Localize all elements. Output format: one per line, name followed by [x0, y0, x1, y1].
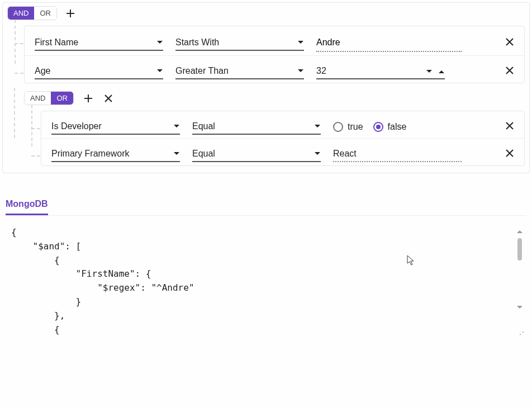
root-or-button[interactable]: OR — [34, 7, 56, 20]
field-label: First Name — [35, 37, 78, 48]
nested-group: AND OR Is Developer Equal — [24, 91, 525, 166]
tab-mongodb[interactable]: MongoDB — [6, 196, 48, 215]
operator-label: Equal — [192, 121, 215, 131]
operator-dropdown[interactable]: Starts With — [175, 35, 304, 51]
chevron-down-icon — [297, 69, 304, 73]
rule-row: Is Developer Equal true — [41, 111, 524, 139]
chevron-down-icon — [314, 124, 321, 129]
radio-icon — [333, 122, 343, 132]
scrollbar[interactable] — [513, 226, 526, 337]
operator-dropdown[interactable]: Greater Than — [175, 64, 304, 79]
delete-group-icon[interactable] — [103, 93, 114, 104]
radio-icon — [373, 122, 383, 132]
field-dropdown[interactable]: Age — [35, 64, 163, 79]
value-dropdown[interactable]: React — [333, 146, 462, 162]
rule-row: First Name Starts With — [25, 26, 524, 56]
nested-logic-row: AND OR — [24, 91, 525, 105]
rule-row: Primary Framework Equal React — [41, 139, 524, 165]
add-rule-icon[interactable] — [65, 8, 76, 19]
radio-false-label: false — [388, 122, 407, 132]
output-tabs: MongoDB — [6, 196, 526, 216]
chevron-down-icon — [314, 152, 321, 156]
boolean-radio-group: true false — [333, 122, 406, 132]
root-and-button[interactable]: AND — [8, 7, 34, 20]
radio-true-label: true — [348, 122, 363, 132]
value-input[interactable] — [316, 34, 462, 52]
operator-dropdown[interactable]: Equal — [192, 146, 321, 162]
spinner-down-icon[interactable] — [426, 66, 433, 76]
add-rule-icon[interactable] — [83, 93, 94, 104]
operator-label: Starts With — [175, 37, 219, 48]
rule-row: Age Greater Than 32 — [25, 56, 524, 83]
delete-rule-icon[interactable] — [505, 66, 514, 77]
field-label: Is Developer — [51, 121, 102, 131]
field-dropdown[interactable]: Is Developer — [51, 119, 180, 135]
output-area: MongoDB { "$and": [ { "FirstName": { "$r… — [0, 196, 532, 337]
nested-and-button[interactable]: AND — [25, 92, 51, 105]
spinner-up-icon[interactable] — [438, 66, 445, 76]
nested-rules-box: Is Developer Equal true — [41, 111, 525, 166]
scroll-up-icon[interactable] — [516, 226, 523, 236]
operator-dropdown[interactable]: Equal — [192, 119, 321, 135]
radio-false[interactable]: false — [373, 122, 407, 132]
field-dropdown[interactable]: First Name — [35, 35, 163, 51]
nested-or-button[interactable]: OR — [51, 92, 73, 105]
resize-handle-icon[interactable]: ⋰ — [516, 330, 524, 337]
field-label: Primary Framework — [51, 149, 130, 159]
delete-rule-icon[interactable] — [505, 37, 514, 49]
chevron-down-icon — [173, 152, 180, 156]
code-output[interactable]: { "$and": [ { "FirstName": { "$regex": "… — [6, 226, 513, 337]
chevron-down-icon — [156, 69, 163, 73]
delete-rule-icon[interactable] — [505, 121, 514, 132]
delete-rule-icon[interactable] — [505, 149, 514, 160]
query-builder-panel: AND OR First Name Starts With — [2, 2, 530, 173]
scroll-thumb[interactable] — [517, 238, 522, 261]
root-rules-box: First Name Starts With Age — [24, 26, 525, 83]
root-logic-row: AND OR — [7, 6, 525, 20]
radio-true[interactable]: true — [333, 122, 363, 132]
scroll-down-icon[interactable] — [516, 302, 523, 312]
value-label: React — [333, 149, 357, 159]
numeric-value: 32 — [316, 66, 326, 76]
field-dropdown[interactable]: Primary Framework — [51, 146, 180, 162]
code-area: { "$and": [ { "FirstName": { "$regex": "… — [6, 226, 526, 337]
chevron-down-icon — [297, 40, 304, 45]
operator-label: Greater Than — [175, 66, 229, 76]
root-logic-toggle: AND OR — [7, 6, 57, 20]
nested-logic-toggle: AND OR — [24, 91, 74, 105]
operator-label: Equal — [192, 149, 215, 159]
numeric-value-input[interactable]: 32 — [316, 64, 445, 79]
chevron-down-icon — [156, 40, 163, 45]
chevron-down-icon — [173, 124, 180, 129]
field-label: Age — [35, 66, 50, 76]
